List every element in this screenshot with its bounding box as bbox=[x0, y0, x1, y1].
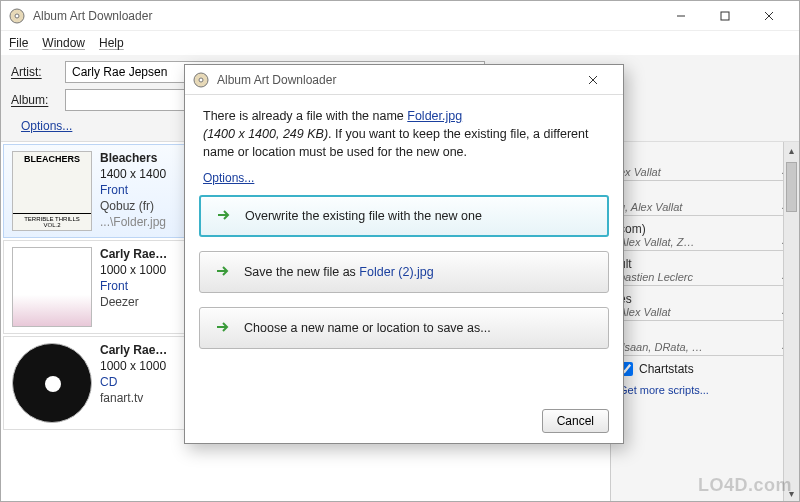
scroll-up-icon[interactable]: ▴ bbox=[784, 142, 799, 158]
close-button[interactable] bbox=[747, 2, 791, 30]
source-item[interactable]: com)Alex Vallat, Z…... bbox=[615, 216, 795, 251]
svg-point-1 bbox=[15, 14, 19, 18]
arrow-right-icon bbox=[214, 262, 232, 283]
options-link[interactable]: Options... bbox=[11, 117, 82, 135]
window-title: Album Art Downloader bbox=[33, 9, 659, 23]
existing-file-link[interactable]: Folder.jpg bbox=[407, 109, 462, 123]
album-label: Album: bbox=[11, 93, 57, 107]
app-icon bbox=[9, 8, 25, 24]
scrollbar[interactable]: ▴ ▾ bbox=[783, 142, 799, 501]
save-as-new-button[interactable]: Save the new file as Folder (2).jpg bbox=[199, 251, 609, 293]
choice-label: Overwrite the existing file with the new… bbox=[245, 209, 482, 223]
titlebar: Album Art Downloader bbox=[1, 1, 799, 31]
source-chartstats[interactable]: Chartstats bbox=[615, 356, 795, 382]
menubar: File Window Help bbox=[1, 31, 799, 55]
dialog-choices: Overwrite the existing file with the new… bbox=[185, 189, 623, 355]
svg-rect-3 bbox=[721, 12, 729, 20]
sources-panel: ex Vallat... ru, Alex Vallat... com)Alex… bbox=[611, 142, 799, 501]
overwrite-button[interactable]: Overwrite the existing file with the new… bbox=[199, 195, 609, 237]
artist-label: Artist: bbox=[11, 65, 57, 79]
dialog-options-link[interactable]: Options... bbox=[203, 169, 264, 187]
source-item[interactable]: ılsaan, DRata, …... bbox=[615, 321, 795, 356]
result-thumbnail bbox=[12, 343, 92, 423]
menu-file[interactable]: File bbox=[9, 36, 28, 50]
source-item[interactable]: ru, Alex Vallat... bbox=[615, 181, 795, 216]
maximize-button[interactable] bbox=[703, 2, 747, 30]
dialog-footer: Cancel bbox=[185, 399, 623, 443]
source-item[interactable]: esAlex Vallat... bbox=[615, 286, 795, 321]
dialog-title: Album Art Downloader bbox=[217, 73, 571, 87]
minimize-button[interactable] bbox=[659, 2, 703, 30]
file-exists-dialog: Album Art Downloader There is already a … bbox=[184, 64, 624, 444]
cancel-button[interactable]: Cancel bbox=[542, 409, 609, 433]
source-item[interactable]: ultbastien Leclerc... bbox=[615, 251, 795, 286]
choice-label: Choose a new name or location to save as… bbox=[244, 321, 491, 335]
dialog-titlebar: Album Art Downloader bbox=[185, 65, 623, 95]
watermark: LO4D.com bbox=[698, 475, 792, 496]
app-icon bbox=[193, 72, 209, 88]
dialog-message: There is already a file with the name Fo… bbox=[185, 95, 623, 167]
scroll-thumb[interactable] bbox=[786, 162, 797, 212]
arrow-right-icon bbox=[214, 318, 232, 339]
menu-help[interactable]: Help bbox=[99, 36, 124, 50]
menu-window[interactable]: Window bbox=[42, 36, 85, 50]
get-more-scripts-link[interactable]: Get more scripts... bbox=[615, 382, 795, 398]
source-item[interactable]: ex Vallat... bbox=[615, 146, 795, 181]
window-controls bbox=[659, 2, 791, 30]
svg-point-7 bbox=[199, 78, 203, 82]
dialog-close-button[interactable] bbox=[571, 66, 615, 94]
arrow-right-icon bbox=[215, 206, 233, 227]
result-thumbnail bbox=[12, 247, 92, 327]
source-label: Chartstats bbox=[639, 362, 694, 376]
choose-location-button[interactable]: Choose a new name or location to save as… bbox=[199, 307, 609, 349]
choice-label: Save the new file as Folder (2).jpg bbox=[244, 265, 434, 279]
result-thumbnail: BLEACHERS TERRIBLE THRILLS VOL.2 bbox=[12, 151, 92, 231]
